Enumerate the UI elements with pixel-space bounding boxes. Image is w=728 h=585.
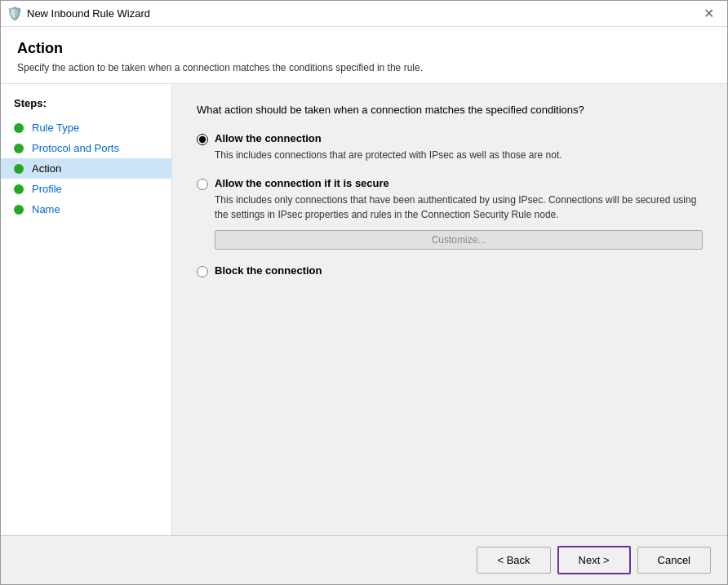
- sidebar-item-profile[interactable]: Profile: [1, 179, 171, 199]
- main-content: What action should be taken when a conne…: [172, 84, 727, 535]
- option-block: Block the connection: [197, 264, 703, 277]
- sidebar-dot-protocol-ports: [14, 144, 24, 153]
- sidebar: Steps: Rule Type Protocol and Ports Acti…: [1, 84, 172, 535]
- desc-allow: This includes connections that are prote…: [215, 148, 703, 162]
- option-allow-row: Allow the connection: [197, 132, 703, 145]
- sidebar-dot-profile: [14, 184, 24, 194]
- sidebar-label-name: Name: [32, 203, 60, 215]
- label-allow: Allow the connection: [215, 132, 322, 144]
- sidebar-item-rule-type[interactable]: Rule Type: [1, 117, 171, 138]
- close-button[interactable]: ✕: [696, 2, 721, 26]
- window-icon: 🛡️: [7, 7, 22, 21]
- label-allow-secure: Allow the connection if it is secure: [215, 177, 389, 189]
- sidebar-dot-action: [14, 164, 24, 174]
- sidebar-label-profile: Profile: [32, 183, 62, 195]
- option-allow: Allow the connection This includes conne…: [197, 132, 703, 162]
- cancel-button[interactable]: Cancel: [637, 547, 711, 574]
- label-block: Block the connection: [215, 264, 322, 277]
- page-description: Specify the action to be taken when a co…: [17, 62, 711, 73]
- option-allow-secure-row: Allow the connection if it is secure: [197, 177, 703, 190]
- radio-allow-secure[interactable]: [197, 179, 208, 190]
- content-area: Steps: Rule Type Protocol and Ports Acti…: [1, 84, 727, 535]
- next-button[interactable]: Next >: [557, 546, 631, 574]
- sidebar-label-protocol-ports: Protocol and Ports: [32, 142, 119, 154]
- desc-allow-secure: This includes only connections that have…: [215, 193, 703, 222]
- question-text: What action should be taken when a conne…: [197, 104, 703, 116]
- sidebar-steps-label: Steps:: [1, 97, 171, 117]
- page-header: Action Specify the action to be taken wh…: [1, 27, 727, 84]
- footer: < Back Next > Cancel: [1, 535, 727, 584]
- back-button[interactable]: < Back: [477, 547, 550, 574]
- sidebar-item-name[interactable]: Name: [1, 199, 171, 219]
- wizard-window: 🛡️ New Inbound Rule Wizard ✕ Action Spec…: [0, 0, 728, 585]
- sidebar-dot-name: [14, 205, 24, 215]
- radio-allow[interactable]: [197, 134, 208, 145]
- window-title: New Inbound Rule Wizard: [27, 7, 696, 20]
- option-allow-secure: Allow the connection if it is secure Thi…: [197, 177, 703, 250]
- option-block-row: Block the connection: [197, 264, 703, 277]
- customize-button[interactable]: Customize...: [215, 230, 703, 250]
- title-bar: 🛡️ New Inbound Rule Wizard ✕: [1, 1, 727, 27]
- page-title: Action: [17, 40, 711, 57]
- sidebar-label-action: Action: [32, 162, 61, 175]
- sidebar-dot-rule-type: [14, 123, 24, 133]
- options-group: Allow the connection This includes conne…: [197, 132, 703, 277]
- sidebar-item-protocol-ports[interactable]: Protocol and Ports: [1, 138, 171, 158]
- radio-block[interactable]: [197, 266, 208, 277]
- sidebar-label-rule-type: Rule Type: [32, 122, 79, 134]
- sidebar-item-action[interactable]: Action: [1, 158, 171, 179]
